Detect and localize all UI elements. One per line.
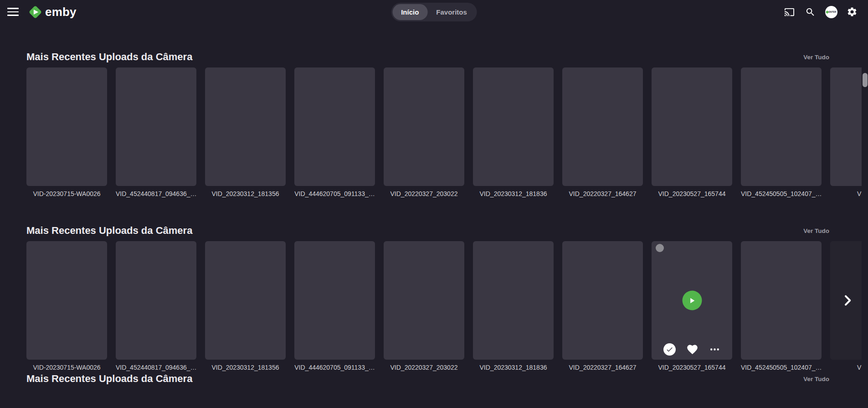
video-thumbnail[interactable] <box>741 67 822 186</box>
play-icon <box>688 296 697 305</box>
gear-icon <box>847 6 858 17</box>
selection-circle[interactable] <box>656 244 664 252</box>
emby-logo-text: emby <box>45 5 77 19</box>
tab-favoritos[interactable]: Favoritos <box>427 4 476 20</box>
video-title: VID_20230312_181356 <box>205 190 286 198</box>
video-thumbnail[interactable] <box>26 67 107 186</box>
video-thumbnail[interactable] <box>294 241 375 360</box>
video-thumbnail[interactable] <box>830 241 862 360</box>
see-all-link[interactable]: Ver Tudo <box>803 227 829 234</box>
section-header: Mais Recentes Uploads da Câmera Ver Tudo <box>0 372 868 386</box>
hamburger-icon <box>7 6 19 18</box>
favorite-button[interactable] <box>686 343 699 356</box>
video-thumbnail[interactable] <box>741 241 822 360</box>
avatar-logo-dot <box>825 10 828 13</box>
media-card[interactable]: VID_20230312_181356 <box>205 241 286 372</box>
video-title: VID_452450505_102407_… <box>741 364 822 372</box>
video-thumbnail[interactable] <box>205 67 286 186</box>
video-thumbnail[interactable] <box>26 241 107 360</box>
emby-logo[interactable]: emby <box>28 5 77 19</box>
avatar: ENTER <box>825 6 837 18</box>
media-card[interactable]: VID_20220327_203022 <box>384 241 464 372</box>
chevron-right-icon <box>840 293 855 308</box>
section-title: Mais Recentes Uploads da Câmera <box>26 372 192 386</box>
emby-logo-icon <box>28 5 42 19</box>
video-title: VID_452450505_102407_… <box>741 190 822 198</box>
video-title: VID-20230715-WA0026 <box>26 364 107 372</box>
video-title: VID_20230527_165744 <box>652 190 732 198</box>
media-card[interactable]: VID_20220327_164627 <box>562 241 643 372</box>
hamburger-menu-button[interactable] <box>3 2 23 22</box>
search-icon <box>805 7 816 17</box>
video-title: VID_20220327_164627 <box>562 364 643 372</box>
section-camera-uploads-2: Mais Recentes Uploads da Câmera Ver Tudo… <box>0 224 868 372</box>
header-actions: ENTER <box>779 2 863 22</box>
media-card[interactable]: VID_452440817_094636_… <box>116 241 196 372</box>
play-button[interactable] <box>682 291 702 310</box>
more-options-button[interactable] <box>709 344 720 355</box>
media-card[interactable]: VID_20230312_181356 <box>205 67 286 198</box>
video-thumbnail[interactable] <box>830 67 862 186</box>
search-button[interactable] <box>800 2 821 22</box>
media-card[interactable]: VID-20230715-WA0026 <box>26 67 107 198</box>
video-title: VID_20230312_181356 <box>205 364 286 372</box>
media-card[interactable]: VID_444620705_091133_… <box>294 241 375 372</box>
ellipsis-icon <box>709 344 720 355</box>
video-thumbnail[interactable] <box>205 241 286 360</box>
video-thumbnail[interactable] <box>384 241 464 360</box>
mark-played-button[interactable] <box>663 343 676 356</box>
video-title: VID_20220327_164627 <box>562 190 643 198</box>
avatar-logo-text: ENTER <box>829 10 837 13</box>
video-thumbnail[interactable] <box>652 241 732 360</box>
media-card[interactable]: VID-20230715-WA0026 <box>26 241 107 372</box>
section-title: Mais Recentes Uploads da Câmera <box>26 50 192 64</box>
media-card[interactable]: VID_452440817_094636_… <box>116 67 196 198</box>
media-card[interactable]: VID_20220327_164627 <box>562 67 643 198</box>
video-thumbnail[interactable] <box>473 67 554 186</box>
heart-icon <box>686 343 699 356</box>
tab-inicio[interactable]: Início <box>392 4 427 20</box>
user-menu-button[interactable]: ENTER <box>821 2 842 22</box>
video-title: VID-2023 <box>830 190 862 198</box>
section-camera-uploads-3: Mais Recentes Uploads da Câmera Ver Tudo <box>0 372 868 389</box>
video-title: VID_444620705_091133_… <box>294 364 375 372</box>
media-card[interactable]: VID-2023 <box>830 67 862 198</box>
video-thumbnail[interactable] <box>384 67 464 186</box>
video-title: VID_452440817_094636_… <box>116 190 196 198</box>
top-bar: emby Início Favoritos ENTER <box>0 0 868 24</box>
video-thumbnail[interactable] <box>116 67 196 186</box>
media-card[interactable]: VID_444620705_091133_… <box>294 67 375 198</box>
scroll-next-button[interactable] <box>830 241 862 360</box>
video-thumbnail[interactable] <box>562 241 643 360</box>
media-card-row: VID-20230715-WA0026VID_452440817_094636_… <box>0 67 862 198</box>
video-title: VID_20230312_181836 <box>473 364 554 372</box>
video-thumbnail[interactable] <box>473 241 554 360</box>
settings-button[interactable] <box>842 2 863 22</box>
section-title: Mais Recentes Uploads da Câmera <box>26 224 192 238</box>
see-all-link[interactable]: Ver Tudo <box>803 54 829 61</box>
media-card[interactable]: VID_452450505_102407_… <box>741 241 822 372</box>
media-card[interactable]: VID_20230312_181836 <box>473 67 554 198</box>
page-scrollbar-thumb[interactable] <box>863 73 868 87</box>
cast-icon <box>784 7 795 17</box>
section-header: Mais Recentes Uploads da Câmera Ver Tudo <box>0 50 868 64</box>
media-card[interactable]: VID_20230312_181836 <box>473 241 554 372</box>
card-action-bar <box>652 343 732 356</box>
see-all-link[interactable]: Ver Tudo <box>803 376 829 382</box>
video-title: VID_444620705_091133_… <box>294 190 375 198</box>
section-header: Mais Recentes Uploads da Câmera Ver Tudo <box>0 224 868 238</box>
avatar-logo: ENTER <box>826 10 837 13</box>
cast-button[interactable] <box>779 2 800 22</box>
video-thumbnail[interactable] <box>652 67 732 186</box>
video-thumbnail[interactable] <box>294 67 375 186</box>
video-thumbnail[interactable] <box>116 241 196 360</box>
media-card[interactable]: VID_20220327_203022 <box>384 67 464 198</box>
media-card[interactable]: VID-2023 <box>830 241 862 372</box>
media-card-row: VID-20230715-WA0026VID_452440817_094636_… <box>0 241 862 372</box>
media-card[interactable]: VID_20230527_165744 <box>652 241 732 372</box>
video-thumbnail[interactable] <box>562 67 643 186</box>
home-tabs: Início Favoritos <box>391 3 477 21</box>
media-card[interactable]: VID_20230527_165744 <box>652 67 732 198</box>
video-title: VID_20220327_203022 <box>384 190 464 198</box>
media-card[interactable]: VID_452450505_102407_… <box>741 67 822 198</box>
